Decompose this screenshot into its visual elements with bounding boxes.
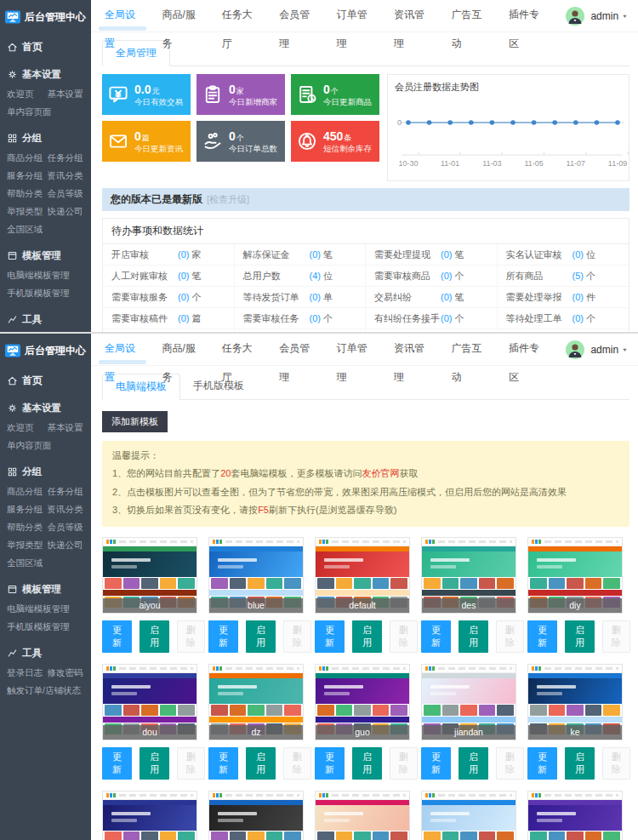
enable-button[interactable]: 启用 <box>565 620 595 653</box>
sidebar-link[interactable]: 任务分组 <box>48 149 88 167</box>
sidebar-link[interactable]: 举报类型 <box>7 536 48 554</box>
sidebar-link[interactable]: 举报类型 <box>7 203 48 220</box>
sidebar-link[interactable]: 电脑端模板管理 <box>7 266 91 284</box>
sidebar-link[interactable]: 触发订单/店铺状态 <box>7 682 91 700</box>
nav-item[interactable]: 插件专区 <box>509 0 544 31</box>
enable-button[interactable]: 启用 <box>352 620 382 653</box>
app-logo-icon <box>5 8 20 26</box>
nav-item[interactable]: 全局设置 <box>105 0 140 31</box>
template-thumbnail[interactable]: menhu <box>102 791 197 840</box>
sidebar-link[interactable]: 会员等级 <box>48 518 88 536</box>
sidebar-link[interactable]: 会员等级 <box>48 185 88 203</box>
sidebar-link[interactable]: 欢迎页 <box>7 85 48 103</box>
user-menu[interactable]: admin▼ <box>566 7 628 26</box>
sidebar-link[interactable]: 基本设置 <box>48 85 88 103</box>
template-thumbnail[interactable]: des <box>421 537 516 614</box>
nav-item[interactable]: 任务大厅 <box>222 334 258 365</box>
update-button[interactable]: 更新 <box>315 620 345 653</box>
sidebar-link[interactable]: 快递公司 <box>48 536 88 554</box>
nav-item[interactable]: 会员管理 <box>279 0 315 31</box>
sidebar-link[interactable]: 快递公司 <box>48 203 88 220</box>
enable-button[interactable]: 启用 <box>246 620 276 653</box>
sidebar-section-title: 分组 <box>0 456 91 483</box>
template-name: jiandan <box>422 725 516 740</box>
sidebar-link[interactable]: 欢迎页 <box>7 419 48 437</box>
nav-item[interactable]: 订单管理 <box>337 334 373 365</box>
sidebar-link[interactable]: 资讯分类 <box>48 167 88 185</box>
update-button[interactable]: 更新 <box>421 747 451 780</box>
sidebar-link[interactable]: 手机版模板管理 <box>7 284 91 302</box>
template-thumbnail[interactable]: guo <box>315 664 410 740</box>
template-thumbnail[interactable]: dou <box>102 664 197 740</box>
info-unit: 个 <box>586 270 595 283</box>
sidebar-link[interactable]: 修改密码 <box>48 664 88 682</box>
template-thumbnail[interactable]: dz <box>208 664 304 740</box>
update-button[interactable]: 更新 <box>421 620 451 653</box>
template-card: default 更新 启用 删除 <box>315 537 410 653</box>
enable-button[interactable]: 启用 <box>140 620 169 653</box>
sidebar-link[interactable]: 商品分组 <box>7 483 48 500</box>
nav-item[interactable]: 资讯管理 <box>394 0 430 31</box>
template-thumbnail[interactable]: jiandan <box>421 664 516 740</box>
enable-button[interactable]: 启用 <box>565 747 595 780</box>
nav-item[interactable]: 订单管理 <box>337 0 373 31</box>
sidebar-link[interactable]: 帮助分类 <box>7 185 48 203</box>
nav-item[interactable]: 任务大厅 <box>222 0 258 31</box>
check-upgrade-link[interactable]: [检查升级] <box>207 194 249 204</box>
user-menu[interactable]: admin▼ <box>566 340 628 359</box>
sidebar-item-home[interactable]: 首页 <box>0 32 91 59</box>
sidebar-link[interactable]: 电脑端模板管理 <box>7 600 91 618</box>
template-thumbnail[interactable]: diy <box>527 537 623 614</box>
add-template-button[interactable]: 添加新模板 <box>102 411 168 432</box>
enable-button[interactable]: 启用 <box>352 747 382 780</box>
template-thumbnail[interactable]: ke <box>527 664 623 740</box>
enable-button[interactable]: 启用 <box>140 747 169 780</box>
enable-button[interactable]: 启用 <box>459 620 488 653</box>
nav-item[interactable]: 会员管理 <box>279 334 315 365</box>
sidebar-link[interactable]: 单内容页面 <box>7 103 91 121</box>
sidebar-link[interactable]: 商品分组 <box>7 149 48 167</box>
sidebar-link[interactable]: 帮助分类 <box>7 518 48 536</box>
nav-item[interactable]: 商品/服务 <box>162 0 200 31</box>
info-unit: 个 <box>454 312 464 325</box>
nav-item[interactable]: 广告互动 <box>452 0 487 31</box>
sidebar-link[interactable]: 任务分组 <box>48 483 88 500</box>
template-thumbnail[interactable]: blue <box>208 537 304 614</box>
sidebar-link[interactable]: 服务分组 <box>7 167 48 185</box>
nav-item[interactable]: 插件专区 <box>509 334 544 365</box>
sidebar-link[interactable]: 基本设置 <box>48 419 88 437</box>
sidebar-link[interactable]: 手机版模板管理 <box>7 618 91 636</box>
nav-item[interactable]: 资讯管理 <box>394 334 430 365</box>
sidebar-link[interactable]: 资讯分类 <box>48 500 88 518</box>
update-button[interactable]: 更新 <box>102 747 132 780</box>
template-card: mip 更新 启用 删除 <box>208 791 304 840</box>
tab-mobile-templates[interactable]: 手机版模板 <box>180 374 257 400</box>
template-thumbnail[interactable]: 当前模板(niu) <box>421 791 516 840</box>
sidebar-item-home[interactable]: 首页 <box>0 366 91 392</box>
update-button[interactable]: 更新 <box>527 620 557 653</box>
sidebar-link[interactable]: 单内容页面 <box>7 437 91 454</box>
enable-button[interactable]: 启用 <box>246 747 276 780</box>
nav-item[interactable]: 全局设置 <box>105 334 140 365</box>
template-thumbnail[interactable]: aiyou <box>102 537 197 614</box>
template-thumbnail[interactable]: mix <box>315 791 410 840</box>
update-button[interactable]: 更新 <box>527 747 557 780</box>
sidebar-link[interactable]: 全国区域 <box>7 554 48 572</box>
sidebar-link[interactable]: 全国区域 <box>7 220 48 238</box>
update-button[interactable]: 更新 <box>102 620 132 653</box>
update-button[interactable]: 更新 <box>208 620 238 653</box>
nav-item[interactable]: 广告互动 <box>452 334 487 365</box>
sidebar-link[interactable]: 服务分组 <box>7 500 48 518</box>
template-thumbnail[interactable]: ppt <box>527 791 623 840</box>
bell-plus-icon <box>297 131 317 151</box>
sidebar-link[interactable]: 登录日志 <box>7 664 48 682</box>
update-button[interactable]: 更新 <box>208 747 238 780</box>
official-site-link[interactable]: 友价官网 <box>362 468 399 478</box>
template-thumbnail[interactable]: mip <box>208 791 304 840</box>
avatar[interactable] <box>566 7 584 26</box>
update-button[interactable]: 更新 <box>315 747 345 780</box>
template-thumbnail[interactable]: default <box>315 537 410 614</box>
enable-button[interactable]: 启用 <box>459 747 488 780</box>
nav-item[interactable]: 商品/服务 <box>162 334 200 365</box>
avatar[interactable] <box>566 340 584 359</box>
